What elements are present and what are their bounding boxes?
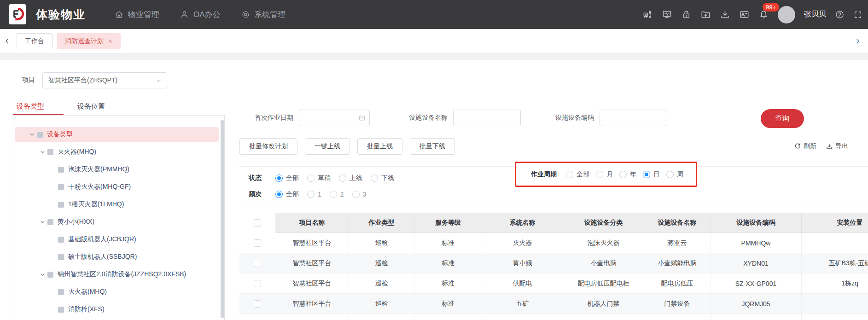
- field-input-wrap: [600, 110, 666, 126]
- caret-spacer: [49, 307, 57, 312]
- open-tabs: 工作台消防巡查计划: [17, 33, 121, 49]
- tree-node[interactable]: 灭火器(MHQ): [15, 145, 219, 159]
- robot-station-icon[interactable]: [642, 9, 653, 20]
- radio-option-2[interactable]: 2: [330, 191, 344, 198]
- action-button-一键上线[interactable]: 一键上线: [305, 138, 350, 155]
- row-checkbox[interactable]: [254, 280, 261, 287]
- nav-item-3[interactable]: 系统管理: [241, 9, 286, 20]
- chevron-right-icon: [854, 38, 861, 45]
- tree-scrollbar[interactable]: [221, 120, 224, 318]
- user-name[interactable]: 张贝贝: [804, 10, 826, 19]
- tree-node[interactable]: 灭火器(MHQ): [15, 285, 219, 299]
- cell: 标准: [414, 253, 482, 273]
- action-button-批量修改计划[interactable]: 批量修改计划: [239, 138, 297, 155]
- field-input-3[interactable]: [600, 110, 666, 126]
- table-body: 智慧社区平台巡检标准灭火器泡沫灭火器蒋亚云PMMHQw智慧社区平台巡检标准黄小娥…: [239, 233, 868, 320]
- topbar-tools: 99+ 张贝贝: [642, 0, 862, 29]
- node-square-icon: [47, 149, 53, 155]
- tree-node[interactable]: 锦州智慧社区2.0消防设备(JZZHSQ2.0XFSB): [15, 267, 219, 282]
- column-header-设施设备名称: 设施设备名称: [644, 213, 711, 233]
- action-button-批量上线[interactable]: 批量上线: [357, 138, 402, 155]
- contact-card-icon[interactable]: [739, 9, 750, 20]
- radio-option-年[interactable]: 年: [619, 170, 636, 179]
- radio-option-1[interactable]: 1: [307, 191, 321, 198]
- row-checkbox[interactable]: [254, 239, 261, 247]
- main-nav: 物业管理OA办公系统管理: [114, 0, 286, 29]
- project-select[interactable]: 智慧社区平台(ZHSQPT): [42, 72, 167, 88]
- device-tree-panel: 设备类型灭火器(MHQ)泡沫灭火器(PMMHQ)干粉灭火器(MHQ-GF)1楼灭…: [13, 115, 225, 320]
- tab-消防巡查计划[interactable]: 消防巡查计划: [57, 33, 121, 49]
- caret-down-icon[interactable]: [38, 149, 47, 155]
- tree-node-label: 泡沫灭火器(PMMHQ): [68, 165, 129, 174]
- tree-node[interactable]: 消防栓(XFS): [15, 302, 219, 317]
- help-icon[interactable]: [835, 10, 845, 19]
- tree-node-label: 干粉灭火器(MHQ-GF): [68, 183, 131, 191]
- radio-option-草稿[interactable]: 草稿: [307, 174, 331, 182]
- radio-option-3[interactable]: 3: [352, 191, 367, 198]
- refresh-button[interactable]: 刷新: [794, 142, 816, 151]
- cell: [802, 233, 868, 253]
- caret-down-icon[interactable]: [38, 219, 47, 225]
- fire-inspection-plan-page: { "topbar": { "app_title": "体验物业", "menu…: [0, 0, 868, 320]
- tree-node-label: 黄小小(HXX): [58, 218, 94, 226]
- cell: SZ-XX-GP001: [711, 273, 802, 294]
- field-input-2[interactable]: [453, 110, 521, 126]
- gear-icon: [241, 10, 250, 19]
- action-button-批量下线[interactable]: 批量下线: [410, 138, 455, 155]
- radio-option-全部[interactable]: 全部: [275, 190, 299, 198]
- nav-item-1[interactable]: 物业管理: [114, 9, 159, 20]
- caret-down-icon[interactable]: [28, 132, 36, 137]
- cell: 门禁设备: [644, 294, 711, 314]
- radio-circle: [275, 175, 283, 182]
- frequency-filter-group: 频次全部123: [249, 187, 366, 201]
- tabs-scroll-left-button[interactable]: [0, 29, 14, 53]
- radio-option-月[interactable]: 月: [596, 170, 613, 179]
- tree-node[interactable]: 硕士版机器人(SSBJQR): [15, 250, 219, 264]
- nav-item-2[interactable]: OA办公: [180, 9, 221, 20]
- row-checkbox[interactable]: [254, 260, 261, 267]
- notifications-bell[interactable]: 99+: [758, 9, 769, 20]
- radio-option-label: 年: [630, 170, 636, 179]
- radio-option-日[interactable]: 日: [643, 170, 660, 179]
- tab-device-type[interactable]: 设备类型: [17, 102, 44, 111]
- radio-option-周[interactable]: 周: [666, 170, 683, 179]
- cell: 五矿: [482, 294, 563, 314]
- download-icon[interactable]: [720, 9, 730, 20]
- radio-option-全部[interactable]: 全部: [275, 174, 299, 182]
- tab-工作台[interactable]: 工作台: [17, 33, 52, 49]
- close-icon[interactable]: [108, 39, 113, 44]
- tabs-scroll-right-button[interactable]: [847, 29, 868, 53]
- fullscreen-icon[interactable]: [853, 10, 862, 19]
- calendar-icon: [358, 114, 366, 122]
- tree-node[interactable]: 基础版机器人(JCBJQR): [15, 232, 219, 247]
- tree-node[interactable]: 泡沫灭火器(PMMHQ): [15, 162, 219, 177]
- folder-upload-icon[interactable]: [700, 9, 711, 20]
- cell: 小壹电脑: [563, 253, 644, 273]
- radio-option-全部[interactable]: 全部: [566, 170, 589, 179]
- row-checkbox[interactable]: [254, 300, 261, 308]
- select-all-checkbox[interactable]: [254, 219, 261, 227]
- tab-device-location[interactable]: 设备位置: [77, 102, 105, 111]
- node-square-icon: [58, 184, 64, 190]
- node-square-icon: [58, 254, 64, 260]
- tree-node[interactable]: 黄小小(HXX): [15, 215, 219, 229]
- search-button[interactable]: 查询: [761, 109, 804, 128]
- tree-node-label: 1楼灭火器(1LMHQ): [68, 200, 124, 209]
- tree-node[interactable]: 设备类型: [15, 127, 219, 142]
- radio-option-上线[interactable]: 上线: [339, 174, 362, 182]
- lock-icon[interactable]: [681, 9, 692, 20]
- tree-node[interactable]: 1楼灭火器(1LMHQ): [15, 197, 219, 212]
- tree-node[interactable]: 干粉灭火器(MHQ-GF): [15, 180, 219, 194]
- row-checkbox-cell: [239, 273, 275, 294]
- cell: 黄小娥: [482, 253, 563, 273]
- export-button[interactable]: 导出: [826, 142, 848, 151]
- cell: [802, 314, 868, 320]
- avatar[interactable]: [778, 6, 795, 23]
- monitor-icon[interactable]: [662, 9, 672, 20]
- app-logo[interactable]: [9, 4, 26, 24]
- tab-label: 消防巡查计划: [65, 37, 104, 46]
- caret-down-icon[interactable]: [38, 272, 47, 277]
- row-checkbox-cell: [239, 253, 275, 273]
- radio-option-下线[interactable]: 下线: [371, 174, 394, 182]
- cell: 机器人门禁: [563, 294, 644, 314]
